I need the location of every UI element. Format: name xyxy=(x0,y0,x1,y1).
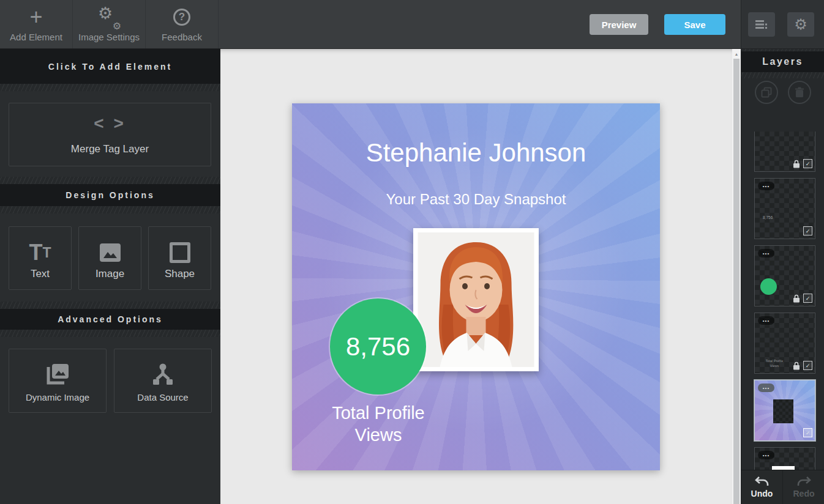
layer-menu-dots[interactable]: ••• xyxy=(758,316,774,325)
design-options-row: TT Text Image Shape xyxy=(9,226,211,290)
portrait-image xyxy=(418,232,534,367)
layers-list: ✓ ••• 8,756 ✓ ••• ✓ ••• xyxy=(754,132,817,470)
metric-label-line1: Total Profile xyxy=(293,402,464,424)
feedback-label: Feedback xyxy=(162,32,202,42)
layers-list-body: ✓ ••• 8,756 ✓ ••• ✓ ••• xyxy=(741,78,824,470)
lock-icon[interactable] xyxy=(793,160,800,168)
layer-menu-dots[interactable]: ••• xyxy=(758,182,774,190)
gear-icon: ⚙ xyxy=(794,16,807,33)
plus-icon: + xyxy=(29,8,42,26)
layer-menu-dots[interactable]: ••• xyxy=(758,249,774,258)
duplicate-icon xyxy=(761,87,772,98)
image-settings-label: Image Settings xyxy=(78,32,140,42)
advanced-options-row: Dynamic Image Data Source xyxy=(9,349,212,413)
preview-button[interactable]: Preview xyxy=(590,14,648,35)
app-window: + Add Element ⚙ ⚙ Image Settings ? Feedb… xyxy=(0,0,824,504)
design-card[interactable]: Stephanie Johnson Your Past 30 Day Snaps… xyxy=(292,103,660,470)
topbar-right-section: ⚙ xyxy=(741,0,824,48)
metric-circle-layer[interactable]: 8,756 xyxy=(330,298,426,395)
card-subtitle-layer[interactable]: Your Past 30 Day Snapshot xyxy=(292,191,660,208)
dynamic-image-icon xyxy=(44,361,71,386)
scrollbar-thumb[interactable] xyxy=(733,59,740,504)
section-header-design-options: Design Options xyxy=(0,184,220,206)
image-label: Image xyxy=(96,268,124,280)
image-settings-button[interactable]: ⚙ ⚙ Image Settings xyxy=(73,0,146,48)
trash-icon xyxy=(795,87,804,98)
shape-icon xyxy=(170,242,190,263)
data-source-label: Data Source xyxy=(137,392,188,402)
layer-menu-dots[interactable]: ••• xyxy=(758,384,774,392)
layer-actions xyxy=(741,81,824,104)
merge-tag-layer-button[interactable]: < > Merge Tag Layer xyxy=(9,103,211,166)
left-sidebar: Click To Add Element Design Options Adva… xyxy=(0,49,220,504)
dynamic-image-button[interactable]: Dynamic Image xyxy=(9,349,107,413)
card-title-layer[interactable]: Stephanie Johnson xyxy=(292,138,660,168)
duplicate-layer-button[interactable] xyxy=(755,81,778,104)
add-element-label: Add Element xyxy=(10,32,62,42)
layer-visibility-checkbox[interactable]: ✓ xyxy=(803,428,812,437)
layer-thumbnail-2[interactable]: ••• 8,756 ✓ xyxy=(754,178,815,239)
metric-label-layer[interactable]: Total Profile Views xyxy=(293,402,464,447)
text-icon: TT xyxy=(29,236,51,263)
layer-visibility-checkbox[interactable]: ✓ xyxy=(803,226,812,235)
topbar-tools: + Add Element ⚙ ⚙ Image Settings ? Feedb… xyxy=(0,0,219,48)
feedback-button[interactable]: ? Feedback xyxy=(146,0,219,48)
image-icon xyxy=(99,242,122,263)
list-icon xyxy=(755,20,768,29)
save-button[interactable]: Save xyxy=(664,14,725,35)
lock-icon[interactable] xyxy=(793,361,800,370)
section-header-advanced-options: Advanced Options xyxy=(0,309,220,330)
text-label: Text xyxy=(31,268,50,280)
layer-thumbnail-6[interactable]: ••• ✓ xyxy=(754,447,815,470)
layer-visibility-checkbox[interactable]: ✓ xyxy=(803,294,812,303)
layer-preview-text: 8,756 xyxy=(763,215,773,220)
profile-photo-layer[interactable] xyxy=(413,228,539,371)
redo-icon xyxy=(796,476,811,487)
delete-layer-button[interactable] xyxy=(788,81,811,104)
add-element-button[interactable]: + Add Element xyxy=(0,0,73,48)
layer-preview-text: Total Profile Views xyxy=(757,359,792,368)
merge-tag-label: Merge Tag Layer xyxy=(71,143,149,155)
layer-thumbnail-4[interactable]: ••• Total Profile Views ✓ xyxy=(754,313,815,374)
layer-thumbnail-1[interactable]: ✓ xyxy=(754,132,815,172)
layer-visibility-checkbox[interactable]: ✓ xyxy=(803,159,812,168)
green-circle-preview xyxy=(760,278,777,295)
undo-redo-bar: Undo Redo xyxy=(741,470,824,504)
settings-button[interactable]: ⚙ xyxy=(787,12,814,37)
shape-element-button[interactable]: Shape xyxy=(148,226,211,290)
text-element-button[interactable]: TT Text xyxy=(9,226,72,290)
data-source-icon xyxy=(151,363,175,386)
layer-thumbnail-3[interactable]: ••• ✓ xyxy=(754,245,815,306)
data-source-button[interactable]: Data Source xyxy=(114,349,212,413)
layer-menu-dots[interactable]: ••• xyxy=(758,451,774,459)
layer-visibility-checkbox[interactable]: ✓ xyxy=(803,361,812,370)
lock-icon[interactable] xyxy=(793,294,800,303)
transparent-cutout xyxy=(773,399,793,423)
metric-label-line2: Views xyxy=(293,424,464,446)
canvas-scrollbar: ▲ xyxy=(732,49,741,504)
undo-icon xyxy=(755,476,770,487)
dynamic-image-label: Dynamic Image xyxy=(26,392,89,402)
canvas: Stephanie Johnson Your Past 30 Day Snaps… xyxy=(220,49,732,504)
undo-button[interactable]: Undo xyxy=(741,470,783,504)
metric-value: 8,756 xyxy=(346,332,410,361)
redo-button[interactable]: Redo xyxy=(783,470,824,504)
layer-list-button[interactable] xyxy=(748,12,775,37)
merge-tag-icon: < > xyxy=(94,114,125,133)
image-element-button[interactable]: Image xyxy=(78,226,141,290)
question-icon: ? xyxy=(173,9,190,26)
layers-panel: Layers xyxy=(741,49,824,504)
gears-icon: ⚙ ⚙ xyxy=(98,6,120,28)
layer-thumbnail-5-selected[interactable]: ••• ✓ xyxy=(754,380,815,441)
topbar: + Add Element ⚙ ⚙ Image Settings ? Feedb… xyxy=(0,0,824,49)
section-header-add-element: Click To Add Element xyxy=(0,49,220,84)
layers-panel-title: Layers xyxy=(741,51,824,72)
scroll-up-arrow[interactable]: ▲ xyxy=(732,49,741,59)
shape-label: Shape xyxy=(165,268,195,280)
